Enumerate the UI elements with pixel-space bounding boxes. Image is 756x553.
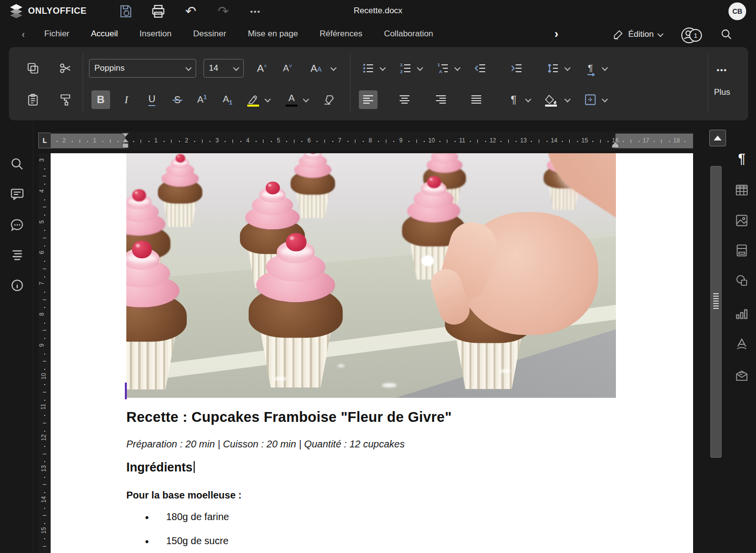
paragraph-direction-dropdown[interactable] bbox=[601, 59, 609, 78]
bullet-list-dropdown[interactable] bbox=[378, 59, 386, 78]
multilevel-list-button[interactable]: 1A bbox=[434, 59, 452, 78]
chevron-down-icon bbox=[658, 32, 663, 37]
horizontal-ruler[interactable]: 21123456789101112131415161718 bbox=[51, 132, 693, 150]
navigation-button[interactable] bbox=[9, 247, 25, 263]
numbered-list-button[interactable]: 12 bbox=[396, 59, 415, 78]
clear-style-button[interactable] bbox=[320, 90, 338, 109]
tab-dessiner[interactable]: Dessiner bbox=[193, 23, 226, 45]
mode-selector[interactable]: Édition bbox=[613, 29, 663, 40]
shape-settings-button[interactable] bbox=[734, 273, 750, 288]
tabs-scroll-right-icon[interactable]: › bbox=[554, 27, 558, 41]
scrollbar-grip bbox=[713, 293, 719, 310]
paste-button[interactable] bbox=[24, 90, 42, 109]
nonprinting-characters-dropdown[interactable] bbox=[524, 90, 532, 109]
comments-button[interactable] bbox=[9, 187, 25, 202]
bold-button[interactable]: B bbox=[91, 90, 110, 109]
increase-font-size-button[interactable]: A˄ bbox=[253, 59, 271, 78]
paragraph-direction-button[interactable]: ¶ bbox=[581, 59, 600, 78]
justify-button[interactable] bbox=[467, 90, 486, 109]
paragraph-shading-dropdown[interactable] bbox=[563, 90, 571, 109]
align-left-button[interactable] bbox=[359, 90, 378, 109]
tab-references[interactable]: Références bbox=[320, 23, 362, 45]
tab-insertion[interactable]: Insertion bbox=[140, 23, 172, 45]
shape-icon bbox=[735, 274, 749, 287]
headers-footers-settings-button[interactable] bbox=[734, 243, 750, 258]
toolbar-more-dots-icon: ••• bbox=[705, 66, 739, 74]
line-spacing-dropdown[interactable] bbox=[563, 59, 571, 78]
document-heading[interactable]: Recette : Cupcakes Framboise "Fleur de G… bbox=[126, 409, 452, 425]
indent-marker-right[interactable] bbox=[611, 141, 620, 148]
increase-indent-button[interactable] bbox=[507, 59, 526, 78]
toolbar-more-button[interactable]: ••• Plus bbox=[705, 47, 739, 120]
cut-button[interactable] bbox=[56, 59, 75, 78]
chevron-down-icon bbox=[234, 66, 238, 71]
font-color-dropdown[interactable] bbox=[302, 90, 310, 109]
highlight-color-button[interactable] bbox=[244, 90, 262, 109]
align-center-button[interactable] bbox=[395, 90, 414, 109]
font-color-button[interactable]: A bbox=[282, 90, 301, 109]
header-footer-icon bbox=[735, 244, 749, 257]
tab-accueil[interactable]: Accueil bbox=[91, 23, 118, 45]
font-size-select[interactable]: 14 bbox=[204, 59, 244, 78]
tab-collaboration[interactable]: Collaboration bbox=[384, 23, 433, 45]
bullet-list-button[interactable] bbox=[359, 59, 378, 78]
font-name-select[interactable]: Poppins bbox=[89, 59, 196, 78]
subscript-button[interactable]: A1 bbox=[218, 90, 237, 109]
online-users-indicator[interactable]: 1 bbox=[680, 27, 705, 44]
decrease-font-size-button[interactable]: A˅ bbox=[278, 59, 297, 78]
document-image-cupcakes[interactable] bbox=[126, 153, 616, 398]
document-subheading[interactable]: Pour la base moelleuse : bbox=[126, 490, 242, 501]
format-painter-button[interactable] bbox=[56, 90, 75, 109]
table-settings-button[interactable] bbox=[734, 182, 750, 198]
paragraph-shading-button[interactable] bbox=[542, 90, 560, 109]
borders-dropdown[interactable] bbox=[601, 90, 609, 109]
document-bullet-list[interactable]: 180g de farine150g de sucre bbox=[145, 511, 229, 553]
avatar[interactable]: CB bbox=[728, 2, 746, 20]
chart-settings-button[interactable] bbox=[734, 306, 750, 322]
multilevel-list-dropdown[interactable] bbox=[453, 59, 461, 78]
align-right-button[interactable] bbox=[432, 90, 450, 109]
nonprinting-characters-button[interactable]: ¶ bbox=[504, 90, 523, 109]
document-page[interactable]: Recette : Cupcakes Framboise "Fleur de G… bbox=[51, 153, 693, 553]
underline-button[interactable]: U bbox=[143, 90, 161, 109]
onlyoffice-editor-window: ONLYOFFICE ↶ ↷ ••• Recette.docx CB ‹ Fic… bbox=[0, 0, 756, 553]
tab-stop-selector[interactable]: L bbox=[38, 133, 51, 148]
bullet-item[interactable]: 180g de farine bbox=[145, 511, 229, 523]
tab-fichier[interactable]: Fichier bbox=[44, 23, 69, 45]
italic-button[interactable]: I bbox=[117, 90, 136, 109]
vertical-scrollbar-thumb[interactable] bbox=[710, 166, 722, 458]
textart-settings-button[interactable] bbox=[734, 336, 750, 352]
search-icon bbox=[721, 28, 732, 40]
vertical-ruler[interactable]: 3456789101112131415 bbox=[38, 153, 51, 553]
indent-marker-left[interactable] bbox=[121, 133, 130, 149]
strikethrough-button[interactable]: S bbox=[168, 90, 187, 109]
highlight-color-dropdown[interactable] bbox=[263, 90, 271, 109]
chat-button[interactable] bbox=[9, 217, 25, 233]
info-icon bbox=[10, 278, 24, 292]
document-meta-line[interactable]: Préparation : 20 min | Cuisson : 20 min … bbox=[126, 439, 405, 450]
line-spacing-button[interactable] bbox=[544, 59, 562, 78]
table-icon bbox=[735, 183, 749, 197]
collaborator-caret bbox=[125, 383, 127, 399]
borders-button[interactable] bbox=[581, 90, 600, 109]
decrease-indent-button[interactable] bbox=[471, 59, 490, 78]
bullet-item[interactable]: 150g de sucre bbox=[145, 535, 229, 547]
right-settings-panel: ¶ bbox=[727, 120, 756, 553]
copy-button[interactable] bbox=[24, 59, 42, 78]
numbered-list-dropdown[interactable] bbox=[416, 59, 424, 78]
find-button[interactable] bbox=[9, 156, 25, 172]
left-sidebar bbox=[0, 120, 33, 553]
about-button[interactable] bbox=[9, 277, 25, 293]
scroll-up-button[interactable] bbox=[709, 130, 726, 146]
search-button[interactable] bbox=[721, 28, 732, 40]
tabs-scroll-left-icon[interactable]: ‹ bbox=[22, 28, 25, 40]
tab-mise-en-page[interactable]: Mise en page bbox=[248, 23, 298, 45]
mail-merge-button[interactable] bbox=[734, 368, 750, 384]
superscript-button[interactable]: A1 bbox=[193, 90, 211, 109]
comments-icon bbox=[10, 188, 24, 201]
paragraph-settings-button[interactable]: ¶ bbox=[734, 151, 750, 166]
change-case-dropdown[interactable] bbox=[329, 59, 337, 78]
document-section-heading[interactable]: Ingrédients bbox=[126, 460, 195, 474]
change-case-button[interactable]: AA bbox=[305, 59, 327, 78]
image-settings-button[interactable] bbox=[734, 213, 750, 228]
